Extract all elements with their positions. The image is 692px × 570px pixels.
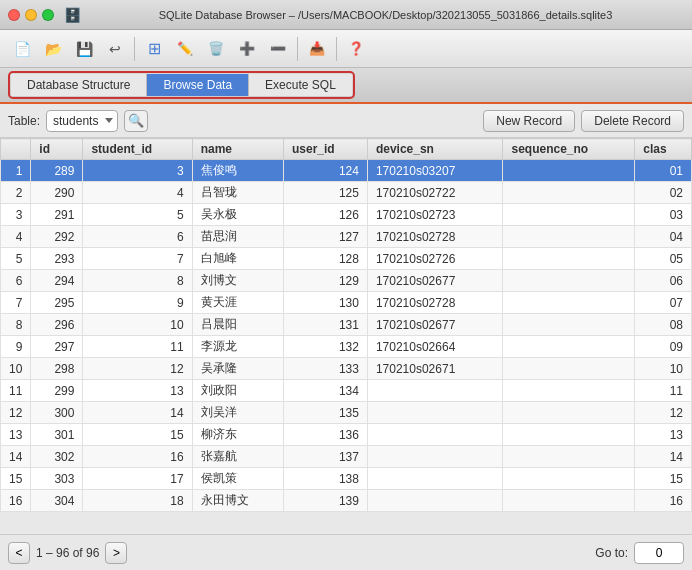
- table-cell[interactable]: 170210s02677: [367, 270, 503, 292]
- table-cell[interactable]: 131: [284, 314, 368, 336]
- table-cell[interactable]: [503, 248, 635, 270]
- table-cell[interactable]: [367, 424, 503, 446]
- col-header-id[interactable]: id: [31, 139, 83, 160]
- table-cell[interactable]: 304: [31, 490, 83, 512]
- table-cell[interactable]: 15: [1, 468, 31, 490]
- new-db-button[interactable]: 📄: [8, 35, 36, 63]
- table-row[interactable]: 52937白旭峰128170210s0272605: [1, 248, 692, 270]
- table-cell[interactable]: 136: [284, 424, 368, 446]
- table-cell[interactable]: 16: [1, 490, 31, 512]
- table-row[interactable]: 72959黄天涯130170210s0272807: [1, 292, 692, 314]
- table-button[interactable]: ⊞: [140, 35, 168, 63]
- table-cell[interactable]: 4: [83, 182, 192, 204]
- table-row[interactable]: 1330115柳济东13613: [1, 424, 692, 446]
- table-cell[interactable]: 133: [284, 358, 368, 380]
- table-cell[interactable]: 15: [635, 468, 692, 490]
- table-cell[interactable]: [367, 468, 503, 490]
- table-cell[interactable]: 289: [31, 160, 83, 182]
- table-cell[interactable]: 刘政阳: [192, 380, 283, 402]
- table-cell[interactable]: 4: [1, 226, 31, 248]
- table-cell[interactable]: 10: [635, 358, 692, 380]
- table-cell[interactable]: 14: [635, 446, 692, 468]
- table-cell[interactable]: [503, 204, 635, 226]
- table-cell[interactable]: [503, 402, 635, 424]
- table-cell[interactable]: 3: [83, 160, 192, 182]
- del-record-button[interactable]: ➖: [264, 35, 292, 63]
- save-db-button[interactable]: 💾: [70, 35, 98, 63]
- table-cell[interactable]: 11: [635, 380, 692, 402]
- import-button[interactable]: 📥: [303, 35, 331, 63]
- col-header-sequence-no[interactable]: sequence_no: [503, 139, 635, 160]
- table-cell[interactable]: 吴承隆: [192, 358, 283, 380]
- table-cell[interactable]: 300: [31, 402, 83, 424]
- tab-database-structure[interactable]: Database Structure: [11, 74, 147, 96]
- table-cell[interactable]: [367, 402, 503, 424]
- table-cell[interactable]: 06: [635, 270, 692, 292]
- table-cell[interactable]: 7: [1, 292, 31, 314]
- table-scroll[interactable]: id student_id name user_id device_sn seq…: [0, 138, 692, 534]
- table-cell[interactable]: 柳济东: [192, 424, 283, 446]
- edit-table-button[interactable]: ✏️: [171, 35, 199, 63]
- table-cell[interactable]: 6: [1, 270, 31, 292]
- table-cell[interactable]: 129: [284, 270, 368, 292]
- table-cell[interactable]: 05: [635, 248, 692, 270]
- search-button[interactable]: 🔍: [124, 110, 148, 132]
- table-cell[interactable]: 6: [83, 226, 192, 248]
- table-cell[interactable]: 刘吴洋: [192, 402, 283, 424]
- table-cell[interactable]: 297: [31, 336, 83, 358]
- table-row[interactable]: 22904吕智珑125170210s0272202: [1, 182, 692, 204]
- table-cell[interactable]: 02: [635, 182, 692, 204]
- table-cell[interactable]: 295: [31, 292, 83, 314]
- table-cell[interactable]: 15: [83, 424, 192, 446]
- table-cell[interactable]: 124: [284, 160, 368, 182]
- table-cell[interactable]: [503, 490, 635, 512]
- table-cell[interactable]: 8: [83, 270, 192, 292]
- table-cell[interactable]: [503, 292, 635, 314]
- table-cell[interactable]: [503, 336, 635, 358]
- table-cell[interactable]: 292: [31, 226, 83, 248]
- table-cell[interactable]: 170210s03207: [367, 160, 503, 182]
- table-cell[interactable]: [503, 182, 635, 204]
- table-cell[interactable]: 296: [31, 314, 83, 336]
- table-cell[interactable]: 138: [284, 468, 368, 490]
- table-cell[interactable]: 13: [1, 424, 31, 446]
- tab-execute-sql[interactable]: Execute SQL: [249, 74, 352, 96]
- table-cell[interactable]: 301: [31, 424, 83, 446]
- table-cell[interactable]: [367, 490, 503, 512]
- table-cell[interactable]: 170210s02728: [367, 226, 503, 248]
- table-cell[interactable]: 白旭峰: [192, 248, 283, 270]
- table-cell[interactable]: 03: [635, 204, 692, 226]
- table-cell[interactable]: 291: [31, 204, 83, 226]
- delete-record-button[interactable]: Delete Record: [581, 110, 684, 132]
- table-cell[interactable]: 170210s02722: [367, 182, 503, 204]
- table-cell[interactable]: 12: [83, 358, 192, 380]
- table-cell[interactable]: 16: [635, 490, 692, 512]
- table-cell[interactable]: 5: [1, 248, 31, 270]
- table-cell[interactable]: 17: [83, 468, 192, 490]
- table-cell[interactable]: [503, 424, 635, 446]
- col-header-device-sn[interactable]: device_sn: [367, 139, 503, 160]
- table-cell[interactable]: 吕晨阳: [192, 314, 283, 336]
- table-cell[interactable]: 苗思润: [192, 226, 283, 248]
- tab-browse-data[interactable]: Browse Data: [147, 74, 249, 96]
- table-cell[interactable]: [367, 446, 503, 468]
- goto-input[interactable]: [634, 542, 684, 564]
- table-cell[interactable]: 16: [83, 446, 192, 468]
- table-cell[interactable]: 04: [635, 226, 692, 248]
- table-cell[interactable]: 135: [284, 402, 368, 424]
- table-cell[interactable]: 08: [635, 314, 692, 336]
- table-cell[interactable]: 7: [83, 248, 192, 270]
- table-row[interactable]: 1129913刘政阳13411: [1, 380, 692, 402]
- col-header-name[interactable]: name: [192, 139, 283, 160]
- table-cell[interactable]: 14: [83, 402, 192, 424]
- table-cell[interactable]: 130: [284, 292, 368, 314]
- table-cell[interactable]: [503, 468, 635, 490]
- table-cell[interactable]: 12: [1, 402, 31, 424]
- help-button[interactable]: ❓: [342, 35, 370, 63]
- table-row[interactable]: 32915吴永极126170210s0272303: [1, 204, 692, 226]
- table-row[interactable]: 1029812吴承隆133170210s0267110: [1, 358, 692, 380]
- table-cell[interactable]: 刘博文: [192, 270, 283, 292]
- table-cell[interactable]: 吕智珑: [192, 182, 283, 204]
- table-cell[interactable]: 299: [31, 380, 83, 402]
- table-cell[interactable]: 3: [1, 204, 31, 226]
